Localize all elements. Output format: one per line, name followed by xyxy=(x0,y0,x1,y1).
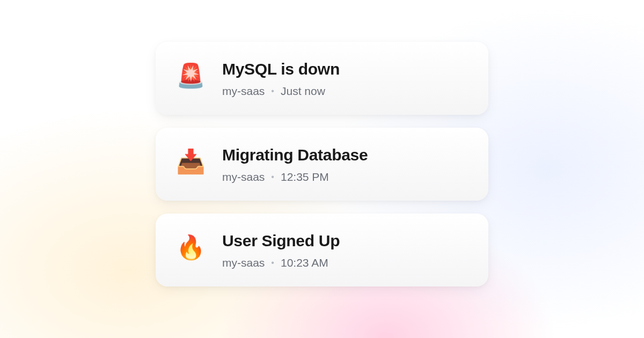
notification-body: MySQL is down my-saas • Just now xyxy=(222,60,467,98)
notification-card[interactable]: 🚨 MySQL is down my-saas • Just now xyxy=(156,42,488,115)
fire-icon: 🔥 xyxy=(177,234,204,261)
notification-time: 10:23 AM xyxy=(281,256,328,269)
notification-title: Migrating Database xyxy=(222,146,467,164)
notification-card[interactable]: 📥 Migrating Database my-saas • 12:35 PM xyxy=(156,128,488,201)
siren-icon: 🚨 xyxy=(177,62,204,89)
notification-list: 🚨 MySQL is down my-saas • Just now 📥 Mig… xyxy=(156,42,488,338)
notification-project: my-saas xyxy=(222,256,265,269)
notification-title: MySQL is down xyxy=(222,60,467,78)
notification-meta: my-saas • 12:35 PM xyxy=(222,171,467,183)
notification-time: Just now xyxy=(281,85,325,98)
notification-card[interactable]: 🔥 User Signed Up my-saas • 10:23 AM xyxy=(156,214,488,286)
notification-project: my-saas xyxy=(222,171,265,183)
notification-body: Migrating Database my-saas • 12:35 PM xyxy=(222,146,467,183)
notification-time: 12:35 PM xyxy=(281,171,329,183)
notification-meta: my-saas • 10:23 AM xyxy=(222,256,467,269)
notification-body: User Signed Up my-saas • 10:23 AM xyxy=(222,232,467,269)
notification-meta: my-saas • Just now xyxy=(222,85,467,98)
separator-dot: • xyxy=(271,172,274,182)
inbox-download-icon: 📥 xyxy=(177,148,204,175)
separator-dot: • xyxy=(271,86,274,96)
notification-title: User Signed Up xyxy=(222,232,467,250)
separator-dot: • xyxy=(271,258,274,268)
notification-project: my-saas xyxy=(222,85,265,98)
